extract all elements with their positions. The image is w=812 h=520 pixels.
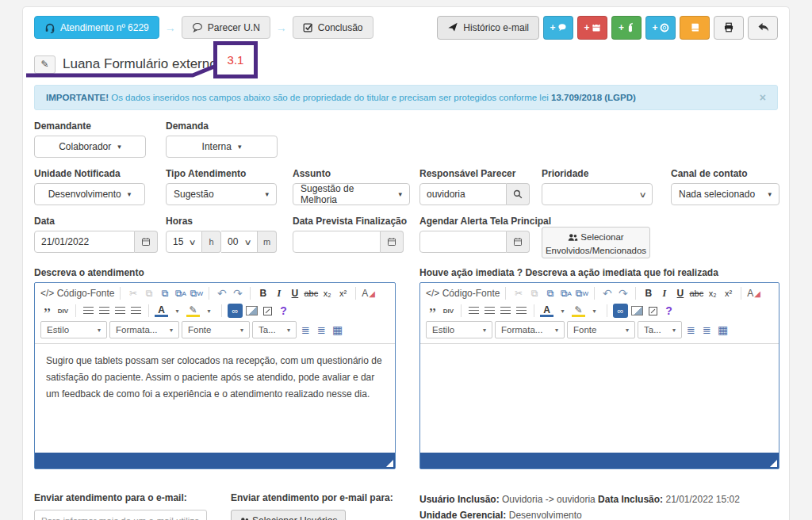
tab-parecer[interactable]: Parecer U.N [182, 16, 270, 39]
assunto-select[interactable]: Sugestão de Melhoria ▾ [293, 183, 410, 205]
resize-handle[interactable] [770, 460, 777, 467]
responsavel-parecer-input[interactable] [419, 183, 507, 205]
div-container-button[interactable]: DIV [56, 304, 70, 318]
add-comment-button[interactable]: + [543, 16, 573, 40]
editor-content-atendimento[interactable]: Sugiro que tablets possam ser colocados … [35, 343, 395, 453]
align-justify-button[interactable] [515, 304, 528, 318]
div-container-button[interactable]: DIV [442, 304, 455, 318]
paste-icon[interactable]: ⧉ [158, 286, 171, 300]
bold-button[interactable]: B [256, 286, 270, 300]
source-button[interactable]: </> Código-Fonte [40, 286, 114, 300]
underline-button[interactable]: U [288, 286, 301, 300]
unidade-notificada-select[interactable]: Desenvolvimento ▾ [34, 183, 145, 205]
caret-down-icon[interactable]: ▾ [202, 304, 216, 318]
align-left-button[interactable] [467, 304, 481, 318]
paste-word-icon[interactable]: ⧉W [190, 286, 203, 300]
calendar-addon-button[interactable] [135, 231, 158, 253]
format-dropdown[interactable]: Formata...▾ [495, 321, 565, 338]
underline-button[interactable]: U [673, 286, 687, 300]
strikethrough-button[interactable]: abc [689, 286, 703, 300]
prioridade-select[interactable]: ∨ [542, 183, 653, 205]
blockquote-button[interactable]: ” [40, 304, 54, 318]
copy-icon[interactable]: ⧉ [142, 286, 155, 300]
remove-format-button[interactable]: A◢ [362, 286, 375, 300]
search-addon-button[interactable] [507, 183, 530, 205]
italic-button[interactable]: I [272, 286, 285, 300]
link-button[interactable]: ∞ [228, 304, 243, 318]
bold-button[interactable]: B [642, 286, 655, 300]
historico-email-button[interactable]: Histórico e-mail [437, 16, 539, 40]
hour-select[interactable]: 15 ∨ [166, 231, 202, 253]
redo-icon[interactable]: ↷ [616, 286, 630, 300]
data-prevista-input[interactable] [293, 231, 381, 253]
data-input[interactable] [34, 231, 135, 253]
insert-table-button[interactable]: ▦ [716, 323, 730, 337]
superscript-button[interactable]: x² [336, 286, 350, 300]
minute-select[interactable]: 00 ∨ [221, 231, 258, 253]
caret-down-icon[interactable]: ▾ [588, 304, 601, 318]
undo-icon[interactable]: ↶ [215, 286, 228, 300]
bullet-list-button[interactable]: ≣ [315, 323, 328, 337]
text-color-button[interactable]: A [540, 305, 553, 317]
close-icon[interactable]: × [760, 91, 766, 104]
highlight-color-button[interactable]: ✎ [572, 305, 585, 317]
strikethrough-button[interactable]: abc [304, 286, 318, 300]
blockquote-button[interactable]: ” [426, 304, 439, 318]
tipo-atendimento-select[interactable]: Sugestão ▾ [166, 183, 277, 205]
selecionar-envolvidos-button[interactable]: Selecionar Envolvidos/Mencionados [542, 227, 650, 258]
paste-text-icon[interactable]: ⧉A [559, 286, 573, 300]
calendar-addon-button[interactable] [381, 231, 404, 253]
add-extinguisher-button[interactable]: + [611, 16, 642, 40]
edit-title-button[interactable]: ✎ [34, 55, 56, 74]
copy-icon[interactable]: ⧉ [527, 286, 541, 300]
image-button[interactable] [630, 304, 644, 318]
align-justify-button[interactable] [129, 304, 143, 318]
about-help-button[interactable]: ? [277, 304, 290, 318]
source-button[interactable]: </> Código-Fonte [426, 286, 500, 300]
back-button[interactable] [748, 16, 778, 40]
book-button[interactable] [680, 16, 710, 40]
subscript-button[interactable]: x₂ [706, 286, 719, 300]
about-help-button[interactable]: ? [662, 304, 676, 318]
styles-dropdown[interactable]: Estilo▾ [40, 321, 107, 338]
agendar-alerta-input[interactable] [419, 231, 507, 253]
tab-atendimento[interactable]: Atendimento nº 6229 [34, 16, 159, 39]
demandante-select[interactable]: Colaborador ▾ [34, 136, 146, 158]
align-center-button[interactable] [98, 304, 111, 318]
paste-text-icon[interactable]: ⧉A [174, 286, 187, 300]
undo-icon[interactable]: ↶ [600, 286, 614, 300]
add-calendar-button[interactable]: + [577, 16, 607, 40]
cut-icon[interactable]: ✂ [126, 286, 140, 300]
size-dropdown[interactable]: Ta...▾ [638, 321, 682, 338]
cut-icon[interactable]: ✂ [511, 286, 525, 300]
maximize-button[interactable] [261, 304, 274, 318]
add-lifering-button[interactable]: + [645, 16, 676, 40]
align-center-button[interactable] [483, 304, 496, 318]
font-dropdown[interactable]: Fonte▾ [567, 321, 635, 338]
editor-content-acao-imediata[interactable] [420, 343, 779, 453]
numbered-list-button[interactable]: ≣ [684, 323, 698, 337]
font-dropdown[interactable]: Fonte▾ [182, 321, 250, 338]
italic-button[interactable]: I [657, 286, 671, 300]
align-left-button[interactable] [82, 304, 95, 318]
maximize-button[interactable] [646, 304, 660, 318]
tab-conclusao[interactable]: Conclusão [293, 16, 373, 39]
insert-table-button[interactable]: ▦ [331, 323, 344, 337]
resize-handle[interactable] [386, 460, 393, 467]
align-right-button[interactable] [499, 304, 512, 318]
redo-icon[interactable]: ↷ [231, 286, 244, 300]
highlight-color-button[interactable]: ✎ [186, 305, 200, 317]
paste-word-icon[interactable]: ⧉W [575, 286, 588, 300]
format-dropdown[interactable]: Formata...▾ [109, 321, 179, 338]
caret-down-icon[interactable]: ▾ [170, 304, 184, 318]
link-button[interactable]: ∞ [613, 304, 628, 318]
align-right-button[interactable] [113, 304, 127, 318]
email-input[interactable] [34, 510, 207, 520]
paste-icon[interactable]: ⧉ [543, 286, 557, 300]
print-button[interactable] [714, 16, 744, 40]
demanda-select[interactable]: Interna ▾ [166, 136, 278, 158]
caret-down-icon[interactable]: ▾ [556, 304, 569, 318]
superscript-button[interactable]: x² [722, 286, 735, 300]
calendar-addon-button[interactable] [507, 231, 530, 253]
numbered-list-button[interactable]: ≣ [299, 323, 312, 337]
